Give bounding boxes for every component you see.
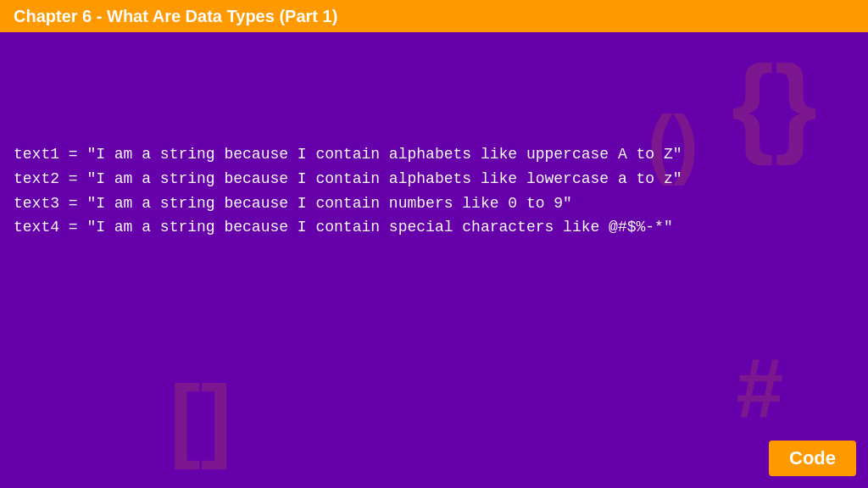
code-line-3: text3 = "I am a string because I contain… xyxy=(14,191,854,216)
title-text: Chapter 6 - What Are Data Types (Part 1) xyxy=(14,7,337,26)
title-bar: Chapter 6 - What Are Data Types (Part 1) xyxy=(0,0,868,32)
code-line-4: text4 = "I am a string because I contain… xyxy=(14,215,854,240)
watermark-container: {} () [] # <> xyxy=(0,32,868,488)
main-content: {} () [] # <> text1 = "I am a string bec… xyxy=(0,32,868,488)
code-line-1: text1 = "I am a string because I contain… xyxy=(14,142,854,167)
code-block: text1 = "I am a string because I contain… xyxy=(14,142,854,240)
watermark-4: # xyxy=(736,340,783,437)
code-line-2: text2 = "I am a string because I contain… xyxy=(14,167,854,191)
code-badge: Code xyxy=(769,441,856,476)
watermark-3: [] xyxy=(170,363,231,471)
